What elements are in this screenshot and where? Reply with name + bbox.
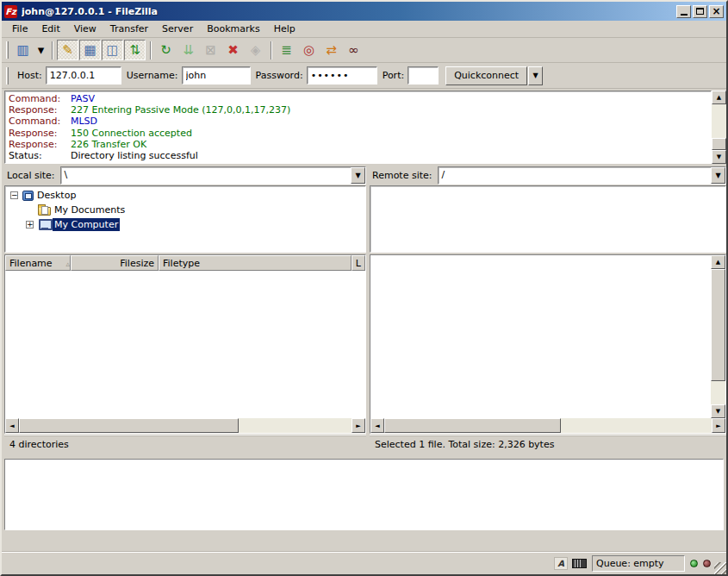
queue-body[interactable] xyxy=(5,460,723,529)
menu-bookmarks[interactable]: Bookmarks xyxy=(200,22,266,36)
menu-help[interactable]: Help xyxy=(267,22,302,36)
toggle-local-tree-button[interactable]: ▦ xyxy=(79,40,101,60)
toolbar-button-icon: ∞ xyxy=(348,44,359,57)
refresh-button[interactable]: ↻ xyxy=(155,40,177,60)
tree-expander-icon[interactable]: − xyxy=(10,191,18,199)
scroll-left-icon[interactable]: ◄ xyxy=(370,418,384,433)
remote-vscrollbar-thumb[interactable] xyxy=(711,269,725,381)
maximize-button[interactable] xyxy=(693,5,707,18)
local-list-hscrollbar[interactable]: ◄ ► xyxy=(5,418,365,433)
toolbar-button-icon: ▾ xyxy=(38,44,45,57)
column-header[interactable]: Filesize xyxy=(71,255,159,271)
synchronized-browsing-button[interactable]: ⇄ xyxy=(320,40,342,60)
port-label: Port: xyxy=(383,70,405,81)
remote-list-hscrollbar[interactable]: ◄ ► xyxy=(370,418,725,433)
password-label: Password: xyxy=(256,70,303,81)
password-input[interactable] xyxy=(307,66,377,85)
local-tree-item[interactable]: My Documents xyxy=(5,203,365,217)
toolbar-button-icon: ◈ xyxy=(251,44,261,57)
menu-file[interactable]: File xyxy=(5,22,34,36)
toolbar-button-icon: ⇄ xyxy=(326,44,337,57)
toolbar-buttons: ▥▾✎▦◫⇅↻⇊⊠✖◈≣◎⇄∞ xyxy=(12,40,365,60)
minimize-button[interactable] xyxy=(676,5,691,18)
remote-site-dropdown[interactable]: ▼ xyxy=(711,167,725,184)
toolbar-button-icon: ◎ xyxy=(303,44,314,57)
username-label: Username: xyxy=(127,70,178,81)
message-log-text: Command:PASVResponse:227 Entering Passiv… xyxy=(4,91,712,164)
log-line-message: MLSD xyxy=(71,116,97,127)
toggle-remote-tree-button[interactable]: ◫ xyxy=(102,40,123,60)
remote-site-value: / xyxy=(439,167,711,184)
log-line: Response:226 Transfer OK xyxy=(9,139,707,150)
toggle-queue-view-button[interactable]: ⇅ xyxy=(124,40,146,60)
menu-edit[interactable]: Edit xyxy=(34,22,66,36)
scroll-down-icon[interactable]: ▼ xyxy=(712,150,726,164)
scroll-down-icon[interactable]: ▼ xyxy=(711,404,725,418)
log-scrollbar-thumb[interactable] xyxy=(712,138,726,150)
remote-file-list: ▲ ▼ ◄ ► xyxy=(370,254,726,434)
remote-site-combo[interactable]: / ▼ xyxy=(438,166,726,185)
scroll-up-icon[interactable]: ▲ xyxy=(711,255,725,269)
scroll-right-icon[interactable]: ► xyxy=(352,418,365,433)
log-line-type: Command: xyxy=(9,116,71,127)
quickconnect-dropdown[interactable]: ▼ xyxy=(528,66,543,85)
toolbar-button-icon: ▦ xyxy=(84,44,96,57)
toolbar-grip[interactable] xyxy=(6,41,9,59)
column-header[interactable]: L xyxy=(352,255,365,271)
process-queue-button[interactable]: ⇊ xyxy=(177,40,199,60)
quickconnect-button[interactable]: Quickconnect xyxy=(445,66,527,85)
local-status-text: 4 directories xyxy=(4,435,366,453)
local-site-combo[interactable]: \ ▼ xyxy=(60,166,366,185)
host-input[interactable] xyxy=(46,66,121,85)
remote-status-text: Selected 1 file. Total size: 2,326 bytes xyxy=(370,435,726,453)
reconnect-button[interactable]: ◈ xyxy=(245,40,266,60)
local-tree-item[interactable]: +My Computer xyxy=(5,217,365,232)
menu-view[interactable]: View xyxy=(67,22,103,36)
quickconnect-bar: Host: Username: Password: Port: Quickcon… xyxy=(2,63,726,89)
log-line-type: Response: xyxy=(9,128,71,139)
tree-item-label: My Documents xyxy=(53,203,127,216)
local-tree-item[interactable]: −Desktop xyxy=(5,188,365,203)
filter-button[interactable]: ◎ xyxy=(298,40,320,60)
cancel-operation-button[interactable]: ⊠ xyxy=(200,40,221,60)
message-log: Command:PASVResponse:227 Entering Passiv… xyxy=(4,91,726,164)
remote-list-vscrollbar[interactable]: ▲ ▼ xyxy=(711,255,725,418)
disconnect-button[interactable]: ✖ xyxy=(222,40,244,60)
file-search-button[interactable]: ∞ xyxy=(343,40,364,60)
menu-server[interactable]: Server xyxy=(155,22,200,36)
remote-file-rows xyxy=(370,255,711,418)
local-site-row: Local site: \ ▼ xyxy=(4,166,366,185)
username-input[interactable] xyxy=(182,66,251,85)
toolbar-button-icon: ✎ xyxy=(62,44,73,57)
site-manager-button[interactable]: ▥ xyxy=(12,40,34,60)
toggle-log-view-button[interactable]: ✎ xyxy=(57,40,78,60)
local-hscrollbar-thumb[interactable] xyxy=(19,418,239,433)
quickconnect-grip[interactable] xyxy=(6,67,9,85)
scroll-right-icon[interactable]: ► xyxy=(712,418,725,433)
log-line: Response:150 Connection accepted xyxy=(9,128,707,139)
remote-hscrollbar-thumb[interactable] xyxy=(384,418,561,433)
column-header[interactable]: Filetype xyxy=(159,255,352,271)
resize-grip[interactable] xyxy=(714,562,726,574)
port-input[interactable] xyxy=(408,66,439,85)
tree-expander-icon[interactable]: + xyxy=(26,221,34,229)
directory-comparison-button[interactable]: ≣ xyxy=(276,40,297,60)
scroll-left-icon[interactable]: ◄ xyxy=(5,418,19,433)
log-scrollbar[interactable]: ▲ ▼ xyxy=(712,91,726,164)
local-file-list: FilenameFilesizeFiletypeL ◄ ► xyxy=(4,254,366,434)
local-site-value: \ xyxy=(61,167,351,184)
menu-transfer[interactable]: Transfer xyxy=(103,22,155,36)
speed-limits-icon xyxy=(572,559,587,568)
local-site-label: Local site: xyxy=(4,167,60,184)
activity-led-green-icon xyxy=(690,560,698,567)
tree-item-label: My Computer xyxy=(53,218,120,231)
close-button[interactable]: × xyxy=(709,5,724,18)
column-header[interactable]: Filename xyxy=(5,255,71,271)
site-manager-dropdown[interactable]: ▾ xyxy=(34,40,47,60)
maximize-icon xyxy=(696,8,704,15)
scroll-up-icon[interactable]: ▲ xyxy=(712,91,726,104)
toolbar-button-icon: ⊠ xyxy=(205,44,216,57)
log-line: Status:Directory listing successful xyxy=(9,150,707,161)
tree-item-label: Desktop xyxy=(35,189,78,202)
local-site-dropdown[interactable]: ▼ xyxy=(351,167,365,184)
